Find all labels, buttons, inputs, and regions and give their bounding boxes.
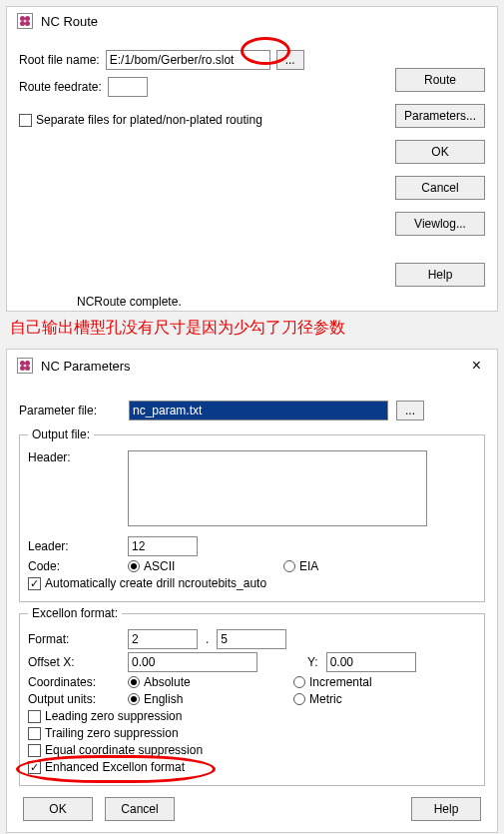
- root-file-input[interactable]: [106, 50, 270, 70]
- units-english-label: English: [144, 692, 293, 706]
- route-button[interactable]: Route: [395, 68, 485, 92]
- format-label: Format:: [28, 632, 128, 646]
- enhanced-excellon-label: Enhanced Excellon format: [45, 760, 185, 774]
- titlebar: NC Parameters ×: [7, 350, 497, 382]
- offset-y-label: Y:: [307, 655, 318, 669]
- enhanced-excellon-checkbox[interactable]: ✓: [28, 761, 41, 774]
- format-sep: .: [206, 632, 209, 646]
- code-ascii-label: ASCII: [144, 559, 283, 573]
- nc-route-window: NC Route Root file name: ... Route feedr…: [6, 6, 498, 312]
- window-title: NC Route: [41, 14, 98, 29]
- app-icon: [17, 358, 33, 374]
- offset-x-label: Offset X:: [28, 655, 128, 669]
- parameter-file-input[interactable]: [129, 401, 388, 420]
- leading-zero-checkbox[interactable]: [28, 710, 41, 723]
- equal-coord-label: Equal coordinate suppression: [45, 743, 203, 757]
- output-file-legend: Output file:: [28, 427, 94, 441]
- window-title: NC Parameters: [41, 359, 131, 374]
- coord-incremental-label: Incremental: [309, 675, 372, 689]
- trailing-zero-label: Trailing zero suppression: [45, 726, 179, 740]
- separate-files-label: Separate files for plated/non-plated rou…: [36, 113, 262, 127]
- help-button[interactable]: Help: [411, 797, 481, 821]
- coord-incremental-radio[interactable]: [293, 676, 305, 688]
- offset-x-input[interactable]: [128, 652, 257, 672]
- parameter-file-label: Parameter file:: [19, 404, 129, 417]
- browse-button[interactable]: ...: [396, 401, 424, 420]
- header-label: Header:: [28, 450, 128, 464]
- coord-absolute-radio[interactable]: [128, 676, 140, 688]
- parameters-button[interactable]: Parameters...: [395, 104, 485, 128]
- cancel-button[interactable]: Cancel: [395, 176, 485, 200]
- root-file-label: Root file name:: [19, 53, 100, 67]
- titlebar: NC Route: [7, 7, 497, 35]
- leading-zero-label: Leading zero suppression: [45, 709, 182, 723]
- ok-button[interactable]: OK: [23, 797, 93, 821]
- header-textarea[interactable]: [128, 450, 427, 526]
- code-eia-radio[interactable]: [283, 560, 295, 572]
- nc-parameters-window: NC Parameters × Parameter file: ... Outp…: [6, 349, 498, 833]
- output-units-label: Output units:: [28, 692, 128, 706]
- trailing-zero-checkbox[interactable]: [28, 727, 41, 740]
- route-feedrate-input[interactable]: [108, 77, 148, 97]
- units-metric-label: Metric: [309, 692, 342, 706]
- coord-absolute-label: Absolute: [144, 675, 293, 689]
- equal-coord-checkbox[interactable]: [28, 744, 41, 757]
- leader-label: Leader:: [28, 539, 128, 553]
- route-feedrate-label: Route feedrate:: [19, 80, 102, 94]
- viewlog-button[interactable]: Viewlog...: [395, 212, 485, 236]
- code-eia-label: EIA: [299, 559, 318, 573]
- excellon-group: Excellon format: Format: . Offset X: Y: …: [19, 606, 485, 786]
- annotation-text: 自己输出槽型孔没有尺寸是因为少勾了刀径参数: [0, 312, 504, 349]
- status-bar: NCRoute complete.: [7, 293, 497, 311]
- units-metric-radio[interactable]: [293, 693, 305, 705]
- offset-y-input[interactable]: [326, 652, 416, 672]
- help-button[interactable]: Help: [395, 263, 485, 287]
- code-ascii-radio[interactable]: [128, 560, 140, 572]
- cancel-button[interactable]: Cancel: [105, 797, 175, 821]
- format-a-input[interactable]: [128, 629, 198, 649]
- auto-create-label: Automatically create drill ncroutebits_a…: [45, 576, 266, 590]
- browse-button[interactable]: ...: [276, 50, 304, 70]
- app-icon: [17, 13, 33, 29]
- auto-create-checkbox[interactable]: ✓: [28, 577, 41, 590]
- code-label: Code:: [28, 559, 128, 573]
- coordinates-label: Coordinates:: [28, 675, 128, 689]
- units-english-radio[interactable]: [128, 693, 140, 705]
- format-b-input[interactable]: [217, 629, 286, 649]
- excellon-legend: Excellon format:: [28, 606, 122, 620]
- separate-files-checkbox[interactable]: [19, 114, 32, 127]
- leader-input[interactable]: [128, 536, 198, 556]
- output-file-group: Output file: Header: Leader: Code: ASCII…: [19, 427, 485, 602]
- ok-button[interactable]: OK: [395, 140, 485, 164]
- close-icon[interactable]: ×: [466, 356, 487, 376]
